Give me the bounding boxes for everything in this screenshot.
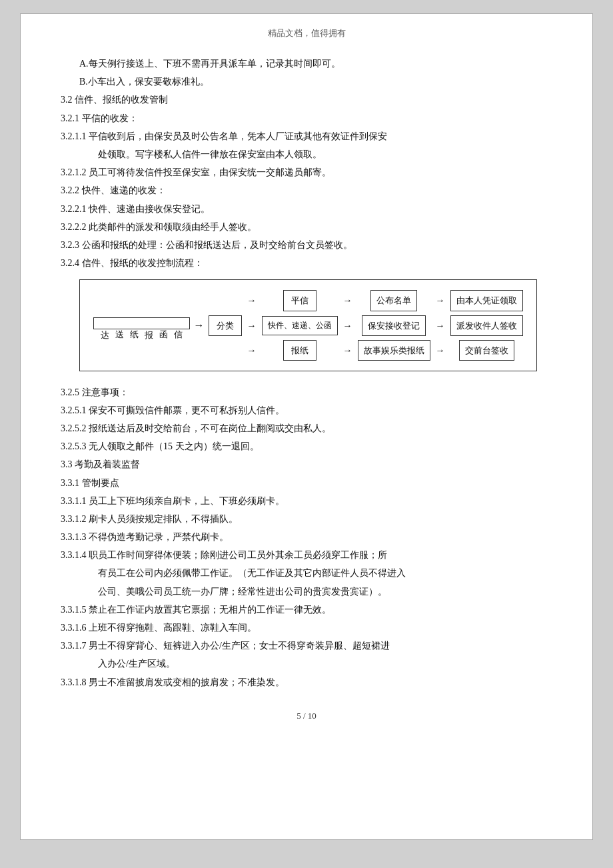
line-s3315: 3.3.1.5 禁止在工作证内放置其它票据；无相片的工作证一律无效。: [61, 601, 552, 618]
flow-classify: 分类: [209, 315, 242, 336]
line-s3317b: 入办公/生产区域。: [61, 655, 552, 672]
line-s33: 3.3 考勤及着装监督: [61, 456, 552, 473]
line-s322: 3.2.2 快件、速递的收发：: [61, 182, 552, 199]
line-s3313: 3.3.1.3 不得伪造考勤记录，严禁代刷卡。: [61, 529, 552, 545]
line-s324: 3.2.4 信件、报纸的收发控制流程：: [61, 255, 552, 271]
line-s331: 3.3.1 管制要点: [61, 475, 552, 491]
flowchart: 信函报纸送达 → 分类 → 平信 → 公布名单 → 由本人凭证领取 → 快件、速…: [79, 279, 537, 371]
line-s325: 3.2.5 注意事项：: [61, 384, 552, 401]
line-s3316: 3.3.1.6 上班不得穿拖鞋、高跟鞋、凉鞋入车间。: [61, 619, 552, 636]
line-s321: 3.2.1 平信的收发：: [61, 110, 552, 127]
flow-pingxin: 平信: [283, 290, 316, 311]
line-s3212: 3.2.1.2 员工可将待发信件投至保安室，由保安统一交邮递员邮寄。: [61, 164, 552, 181]
line-a1: A.每天例行接送上、下班不需再开具派车单，记录其时间即可。: [61, 55, 552, 72]
flow-table: 信函报纸送达 → 分类 → 平信 → 公布名单 → 由本人凭证领取 → 快件、速…: [91, 288, 526, 363]
flow-selfpick: 由本人凭证领取: [450, 290, 523, 311]
line-s3311: 3.3.1.1 员工上下班均须亲自刷卡，上、下班必须刷卡。: [61, 493, 552, 509]
line-s3318: 3.3.1.8 男士不准留披肩发或变相的披肩发；不准染发。: [61, 674, 552, 691]
flow-express: 快件、速递、公函: [262, 316, 338, 336]
line-s323: 3.2.3 公函和报纸的处理：公函和报纸送达后，及时交给前台文员签收。: [61, 237, 552, 253]
content: A.每天例行接送上、下班不需再开具派车单，记录其时间即可。 B.小车出入，保安要…: [61, 55, 552, 691]
line-s3222: 3.2.2.2 此类邮件的派发和领取须由经手人签收。: [61, 219, 552, 235]
line-s3211a: 3.2.1.1 平信收到后，由保安员及时公告名单，凭本人厂证或其他有效证件到保安: [61, 128, 552, 145]
line-s3312: 3.3.1.2 刷卡人员须按规定排队，不得插队。: [61, 511, 552, 527]
line-s3221: 3.2.2.1 快件、速递由接收保安登记。: [61, 201, 552, 217]
line-s3314c: 公司、美哦公司员工统一办厂牌；经常性进出公司的贵宾发贵宾证）。: [61, 583, 552, 600]
line-s3314a: 3.3.1.4 职员工作时间穿得体便装；除刚进公司工员外其余工员必须穿工作服；所: [61, 547, 552, 563]
line-s3253: 3.2.5.3 无人领取之邮件（15 天之内）统一退回。: [61, 438, 552, 455]
line-a2: B.小车出入，保安要敬标准礼。: [61, 73, 552, 90]
line-s3211b: 处领取。写字楼私人信件一律放在保安室由本人领取。: [61, 146, 552, 163]
footer: 5 / 10: [61, 711, 552, 721]
watermark: 精品文档，值得拥有: [61, 27, 552, 43]
line-s3314b: 有员工在公司内必须佩带工作证。（无工作证及其它内部证件人员不得进入: [61, 565, 552, 581]
line-s32: 3.2 信件、报纸的收发管制: [61, 91, 552, 108]
flow-announce: 公布名单: [370, 290, 417, 311]
flow-left-box: 信函报纸送达: [93, 317, 190, 329]
line-s3252: 3.2.5.2 报纸送达后及时交给前台，不可在岗位上翻阅或交由私人。: [61, 420, 552, 437]
flow-entertainment: 故事娱乐类报纸: [358, 340, 430, 361]
flow-front-desk: 交前台签收: [459, 340, 514, 361]
flow-newspaper: 报纸: [283, 340, 316, 361]
line-s3317a: 3.3.1.7 男士不得穿背心、短裤进入办公/生产区；女士不得穿奇装异服、超短裙…: [61, 637, 552, 654]
flow-security-reg: 保安接收登记: [362, 315, 426, 336]
flow-dispatch: 派发收件人签收: [450, 315, 523, 336]
line-s3251: 3.2.5.1 保安不可撕毁信件邮票，更不可私拆别人信件。: [61, 402, 552, 419]
page: 精品文档，值得拥有 A.每天例行接送上、下班不需再开具派车单，记录其时间即可。 …: [20, 13, 593, 840]
